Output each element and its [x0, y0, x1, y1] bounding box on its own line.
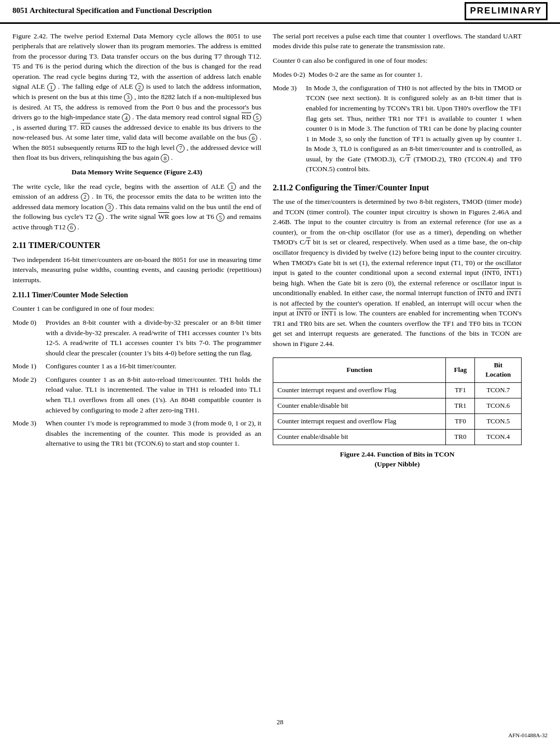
rd-overline-1: RD [242, 113, 251, 121]
table-row: Counter interrupt request and overflow F… [273, 413, 522, 429]
circle-2: 2 [135, 83, 144, 91]
left-para2: The write cycle, like the read cycle, be… [12, 182, 261, 232]
circle-7: 7 [176, 144, 185, 153]
table-cell-function: Counter enable/disable bit [273, 429, 446, 445]
table-cell-flag: TR0 [446, 429, 475, 445]
table-header-function: Function [273, 357, 446, 383]
table-header-location: BitLocation [475, 357, 522, 383]
circle-5: 5 [253, 114, 261, 122]
counter0-para: Counter 0 can also be configured in one … [273, 56, 522, 66]
list-item: Mode 2) Configures counter 1 as an 8-bit… [12, 375, 261, 415]
dmws-heading: Data Memory Write Sequence (Figure 2.43) [12, 167, 261, 177]
serial-para: The serial port receives a pulse each ti… [273, 31, 522, 51]
circle-w5: 5 [216, 213, 225, 222]
table-cell-location: TCON.7 [475, 383, 522, 398]
page-header: 8051 Architectural Specification and Fun… [0, 0, 560, 24]
circle-6: 6 [249, 134, 257, 142]
circle-3: 3 [124, 93, 132, 102]
circle-w3: 3 [105, 203, 114, 212]
list-item: Mode 3) When counter 1's mode is reprogr… [12, 418, 261, 449]
table-cell-function: Counter interrupt request and overflow F… [273, 413, 446, 429]
table-cell-function: Counter enable/disable bit [273, 398, 446, 414]
right-column: The serial port receives a pulse each ti… [273, 31, 522, 470]
table-row: Counter interrupt request and overflow F… [273, 383, 522, 398]
mode-sel-intro: Counter 1 can be configured in one of fo… [12, 303, 261, 314]
table-cell-flag: TF0 [446, 413, 475, 429]
list-item: Mode 0) Provides an 8-bit counter with a… [12, 318, 261, 358]
rd-overline-2: RD [80, 123, 90, 131]
table-row: Counter enable/disable bit TR1 TCON.6 [273, 398, 522, 414]
table-cell-flag: TR1 [446, 398, 475, 414]
table-cell-flag: TF1 [446, 383, 475, 398]
timer-heading: 2.11 TIMER/COUNTER [12, 239, 261, 251]
header-title: 8051 Architectural Specification and Fun… [12, 5, 212, 17]
left-column: Figure 2.42. The twelve period External … [12, 31, 261, 470]
circle-w2: 2 [81, 193, 89, 201]
main-content: Figure 2.42. The twelve period External … [0, 24, 560, 477]
table-cell-location: TCON.4 [475, 429, 522, 445]
table-cell-function: Counter interrupt request and overflow F… [273, 383, 446, 398]
page-number: 28 [0, 715, 560, 729]
circle-4: 4 [122, 114, 130, 122]
config-heading: 2.11.2 Configuring the Timer/Counter Inp… [273, 182, 522, 194]
circle-w4: 4 [95, 213, 104, 222]
circle-w1: 1 [228, 183, 236, 191]
rd-overline-3: RD [117, 144, 127, 151]
timer-para: Two independent 16-bit timer/counters ar… [12, 255, 261, 285]
circle-1: 1 [47, 83, 55, 91]
figure-caption: Figure 2.44. Function of Bits in TCON (U… [273, 449, 522, 470]
table-row: Counter enable/disable bit TR0 TCON.4 [273, 429, 522, 445]
page: 8051 Architectural Specification and Fun… [0, 0, 560, 745]
circle-w6: 6 [67, 224, 76, 232]
table-cell-location: TCON.5 [475, 413, 522, 429]
left-para1: Figure 2.42. The twelve period External … [12, 31, 261, 163]
mode-list: Mode 0) Provides an 8-bit counter with a… [12, 318, 261, 449]
list-item: Mode 1) Configures counter 1 as a 16-bit… [12, 361, 261, 371]
header-prelim: PRELIMINARY [465, 2, 548, 20]
circle-8: 8 [161, 154, 169, 162]
list-item: Modes 0-2) Modes 0-2 are the same as for… [273, 70, 522, 80]
config-para1: The use of the timer/counters is determi… [273, 197, 522, 349]
afn-code: AFN-01488A-32 [508, 732, 548, 740]
right-mode-list: Modes 0-2) Modes 0-2 are the same as for… [273, 70, 522, 174]
tcon-table: Function Flag BitLocation Counter interr… [273, 357, 522, 445]
list-item: Mode 3) In Mode 3, the configuration of … [273, 83, 522, 174]
wr-overline: WR [158, 213, 170, 220]
mode-sel-heading: 2.11.1 Timer/Counter Mode Selection [12, 290, 261, 300]
table-header-flag: Flag [446, 357, 475, 383]
table-cell-location: TCON.6 [475, 398, 522, 414]
